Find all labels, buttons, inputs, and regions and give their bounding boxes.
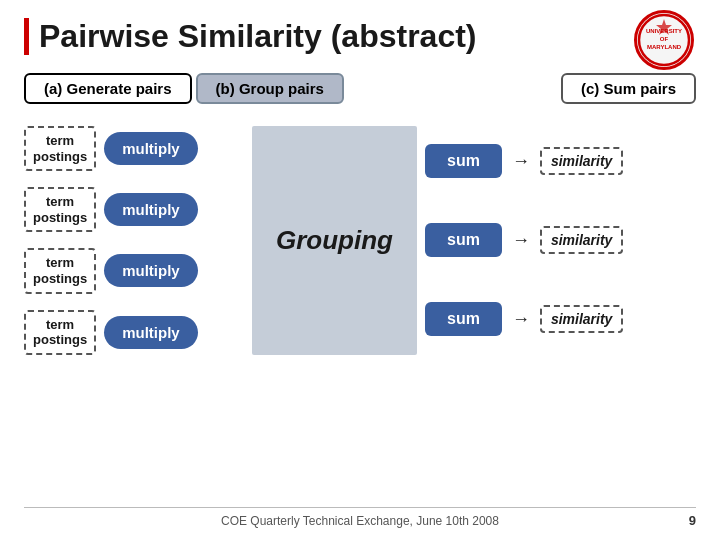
logo-circle: UNIVERSITY OF MARYLAND xyxy=(634,10,694,70)
pair-row-2: termpostings multiply xyxy=(24,187,244,232)
section-generate-pairs: termpostings multiply termpostings multi… xyxy=(24,126,244,355)
footer-text: COE Quarterly Technical Exchange, June 1… xyxy=(24,507,696,528)
term-postings-4: termpostings xyxy=(24,310,96,355)
pair-row-4: termpostings multiply xyxy=(24,310,244,355)
pair-row-1: termpostings multiply xyxy=(24,126,244,171)
sum-box-2: sum xyxy=(425,223,502,257)
slide: UNIVERSITY OF MARYLAND Pairwise Similari… xyxy=(0,0,720,540)
section-group-pairs: Grouping xyxy=(252,126,417,355)
university-logo: UNIVERSITY OF MARYLAND xyxy=(634,10,702,78)
multiply-button-2: multiply xyxy=(104,193,198,226)
page-number: 9 xyxy=(689,513,696,528)
section-sum-pairs: sum → similarity sum → similarity sum → … xyxy=(425,126,696,355)
similarity-label-2: similarity xyxy=(540,226,623,254)
multiply-button-1: multiply xyxy=(104,132,198,165)
multiply-button-4: multiply xyxy=(104,316,198,349)
multiply-button-3: multiply xyxy=(104,254,198,287)
main-content: termpostings multiply termpostings multi… xyxy=(24,126,696,355)
svg-text:MARYLAND: MARYLAND xyxy=(647,44,682,50)
arrow-1: → xyxy=(512,151,530,172)
svg-text:OF: OF xyxy=(660,36,669,42)
term-postings-3: termpostings xyxy=(24,248,96,293)
sum-row-2: sum → similarity xyxy=(425,223,696,257)
page-title: Pairwise Similarity (abstract) xyxy=(24,18,696,55)
term-postings-1: termpostings xyxy=(24,126,96,171)
sum-box-3: sum xyxy=(425,302,502,336)
arrow-3: → xyxy=(512,309,530,330)
tabs-row: (a) Generate pairs (b) Group pairs (c) S… xyxy=(24,73,696,104)
tab-group-pairs[interactable]: (b) Group pairs xyxy=(196,73,344,104)
pair-row-3: termpostings multiply xyxy=(24,248,244,293)
sum-row-3: sum → similarity xyxy=(425,302,696,336)
sum-row-1: sum → similarity xyxy=(425,144,696,178)
sum-box-1: sum xyxy=(425,144,502,178)
similarity-label-3: similarity xyxy=(540,305,623,333)
tab-generate-pairs[interactable]: (a) Generate pairs xyxy=(24,73,192,104)
similarity-label-1: similarity xyxy=(540,147,623,175)
grouping-label: Grouping xyxy=(276,225,393,256)
arrow-2: → xyxy=(512,230,530,251)
term-postings-2: termpostings xyxy=(24,187,96,232)
